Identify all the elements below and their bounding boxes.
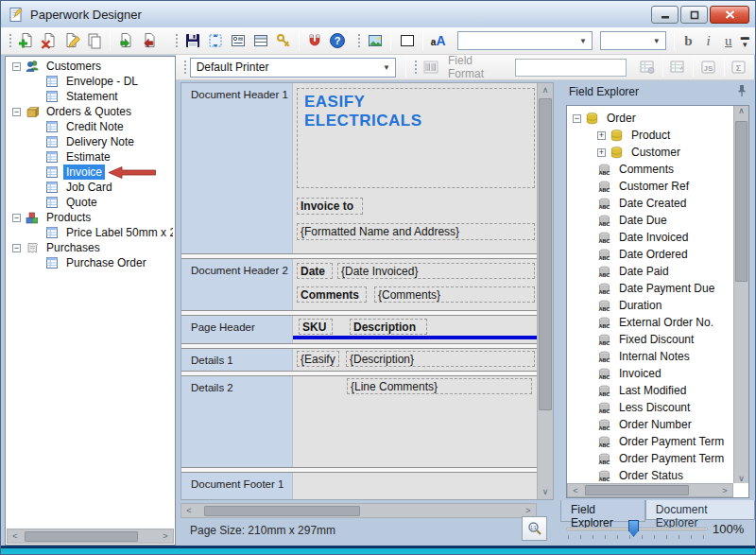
scroll-left-icon[interactable]: <	[181, 504, 197, 517]
field-tree-item[interactable]: − Order	[571, 110, 732, 127]
field-tree-item[interactable]: ABC Date Ordered	[571, 246, 732, 263]
tree-item[interactable]: Statement	[8, 89, 173, 104]
properties-button[interactable]	[227, 29, 249, 52]
delete-document-button[interactable]	[38, 29, 60, 52]
section-content[interactable]	[293, 473, 538, 499]
insert-rectangle-button[interactable]	[395, 29, 418, 52]
import-document-button[interactable]	[114, 29, 137, 52]
close-button[interactable]	[710, 6, 749, 24]
scroll-up-icon[interactable]: ∧	[734, 106, 748, 115]
design-field[interactable]: {Description}	[346, 351, 535, 367]
field-tree-item[interactable]: ABC Comments	[571, 161, 732, 178]
section-content[interactable]: SKUDescription	[293, 316, 538, 343]
canvas-horizontal-scrollbar[interactable]: < >	[180, 503, 537, 518]
field-format-input[interactable]	[515, 59, 627, 77]
insert-image-button[interactable]	[364, 29, 387, 52]
toolbar-grip[interactable]	[182, 59, 187, 76]
fit-to-window-button[interactable]	[204, 29, 227, 52]
field-tree-item[interactable]: ABC Date Created	[571, 195, 732, 212]
pin-icon[interactable]	[736, 84, 747, 100]
section-content[interactable]: {Line Comments}	[293, 376, 538, 467]
edit-document-button[interactable]	[60, 29, 83, 52]
section-content[interactable]: {Easify{Description}	[293, 349, 538, 371]
save-button[interactable]	[181, 29, 204, 52]
expander-minus-icon[interactable]: −	[573, 114, 581, 123]
design-field[interactable]: EASIFY ELECTRICALS	[297, 88, 535, 188]
printer-select[interactable]: Default Printer ▼	[190, 58, 396, 78]
field-tree-item[interactable]: ABC Last Modified	[571, 382, 732, 399]
field-tree-item[interactable]: ABC Date Due	[571, 212, 732, 229]
field-tree-item[interactable]: ABC Invoiced	[571, 365, 732, 382]
design-field[interactable]: Comments	[297, 286, 367, 303]
zoom-magnifier-button[interactable]: 1:1	[522, 516, 547, 541]
section-content[interactable]: EASIFY ELECTRICALSInvoice to{Formatted N…	[293, 83, 538, 253]
scroll-right-icon[interactable]: >	[717, 484, 732, 496]
help-button[interactable]: ?	[326, 29, 349, 52]
minimize-button[interactable]	[651, 6, 679, 24]
design-field[interactable]: {Easify	[297, 351, 339, 367]
expander-plus-icon[interactable]: +	[597, 131, 606, 140]
field-list-vertical-scrollbar[interactable]: ∧ ∨	[733, 106, 748, 483]
tree-item[interactable]: − Orders & Quotes	[8, 104, 173, 119]
design-field[interactable]: {Date Invoiced}	[337, 263, 535, 279]
tree-item[interactable]: Purchase Order	[8, 255, 173, 270]
expander-minus-icon[interactable]: −	[12, 214, 21, 222]
scrollbar-thumb[interactable]	[204, 506, 360, 516]
scrollbar-thumb[interactable]	[539, 98, 552, 410]
italic-button[interactable]: i	[698, 29, 718, 52]
design-field[interactable]: Date	[297, 263, 333, 279]
scrollbar-thumb[interactable]	[585, 485, 689, 495]
field-tree-item[interactable]: ABC Order Number	[571, 416, 732, 433]
page-header-rule[interactable]	[293, 336, 538, 339]
field-format-table-button[interactable]	[636, 56, 658, 78]
tree-item[interactable]: Estimate	[8, 149, 173, 165]
tree-item[interactable]: − Purchases	[8, 240, 173, 255]
tree-item[interactable]: Delivery Note	[8, 134, 173, 149]
new-document-button[interactable]	[15, 29, 38, 52]
tree-item[interactable]: Job Card	[8, 180, 173, 195]
export-document-button[interactable]	[138, 29, 161, 52]
scroll-right-icon[interactable]: >	[158, 529, 173, 543]
toolbar-grip[interactable]	[174, 32, 179, 49]
barcode-format-button[interactable]	[421, 56, 442, 78]
tree-item[interactable]: − Products	[8, 210, 173, 225]
canvas-vertical-scrollbar[interactable]: ∧ ∨	[537, 83, 553, 499]
field-format-apply-button[interactable]	[667, 56, 689, 78]
field-list-horizontal-scrollbar[interactable]: < >	[567, 483, 733, 497]
field-tree-item[interactable]: + Customer	[571, 144, 732, 161]
script-edit-button[interactable]: JS	[697, 56, 719, 78]
tree-item[interactable]: Envelope - DL	[8, 74, 173, 89]
tree-item[interactable]: Quote	[8, 195, 173, 210]
script-sum-button[interactable]: Σ	[729, 56, 750, 78]
design-field[interactable]: {Formatted Name and Address}	[297, 223, 535, 240]
scroll-up-icon[interactable]: ∧	[538, 83, 553, 97]
field-tree-item[interactable]: ABC Internal Notes	[571, 348, 732, 365]
scroll-right-icon[interactable]: >	[521, 504, 536, 517]
scroll-down-icon[interactable]: ∨	[734, 474, 748, 483]
tree-item[interactable]: Price Label 50mm x 2	[8, 225, 173, 240]
scroll-down-icon[interactable]: ∨	[538, 485, 553, 499]
underline-button[interactable]: u	[718, 29, 738, 52]
toolbar-grip[interactable]	[356, 32, 361, 49]
design-field[interactable]: {Line Comments}	[347, 378, 532, 394]
zoom-slider[interactable]	[566, 517, 708, 542]
scroll-left-icon[interactable]: <	[8, 529, 23, 543]
scrollbar-thumb[interactable]	[735, 121, 747, 282]
field-tree-item[interactable]: ABC Customer Ref	[571, 178, 732, 195]
design-field[interactable]: Description	[350, 319, 427, 335]
magnet-snap-button[interactable]	[303, 29, 326, 52]
design-field[interactable]: {Comments}	[374, 286, 535, 303]
tree-item[interactable]: − Customers	[8, 59, 173, 74]
maximize-button[interactable]	[680, 6, 708, 24]
field-tree-item[interactable]: ABC Order Status	[571, 467, 732, 482]
expander-minus-icon[interactable]: −	[12, 108, 21, 116]
field-tree-item[interactable]: ABC Duration	[571, 297, 732, 314]
field-tree-item[interactable]: ABC Order Payment Term	[571, 450, 732, 467]
insert-text-button[interactable]: aA	[427, 29, 450, 52]
field-tree-item[interactable]: ABC Less Discount	[571, 399, 732, 416]
permissions-key-button[interactable]	[272, 29, 295, 52]
copy-document-button[interactable]	[83, 29, 106, 52]
expander-plus-icon[interactable]: +	[597, 148, 606, 157]
section-content[interactable]: Date{Date Invoiced}Comments{Comments}	[293, 259, 538, 310]
toolbar-overflow-button[interactable]: ▬▾	[738, 33, 751, 48]
